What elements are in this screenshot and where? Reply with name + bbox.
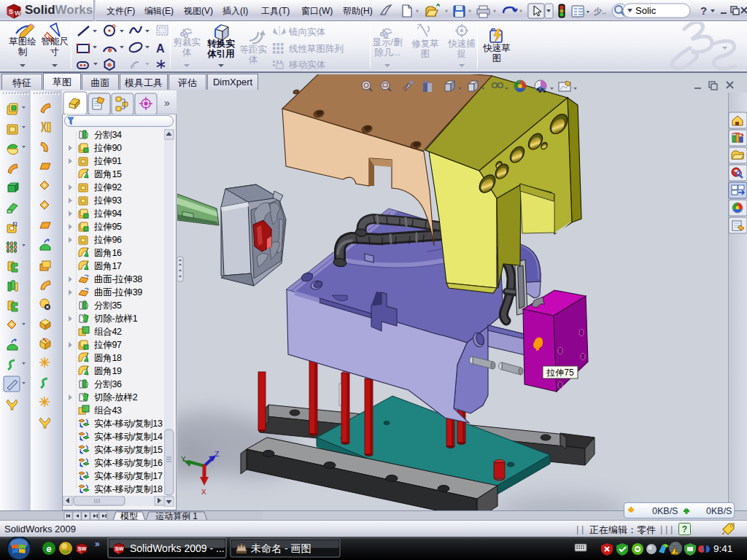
svg-text:草图绘: 草图绘 [9,36,36,47]
svg-text:线性草图阵列: 线性草图阵列 [289,44,344,54]
svg-text:等距实: 等距实 [239,44,267,55]
svg-text:SW: SW [115,546,124,551]
svg-text:体引用: 体引用 [206,49,235,59]
svg-text:体: 体 [249,55,258,65]
svg-text:少..: 少.. [594,7,606,15]
svg-text:?: ? [700,4,707,17]
svg-text:制: 制 [18,47,28,57]
svg-text:0KB/S: 0KB/S [652,506,678,516]
svg-text:除几...: 除几... [374,47,400,58]
svg-text:»: » [95,539,100,549]
svg-text:修复草: 修复草 [411,39,439,49]
svg-text:捉: 捉 [457,49,467,59]
svg-text:X: X [201,488,206,497]
svg-text:0KB/S: 0KB/S [706,506,732,516]
svg-text:SW: SW [78,546,87,551]
svg-text:Solic: Solic [635,5,657,16]
svg-text:SolidWorks 2009 - ...: SolidWorks 2009 - ... [130,542,225,554]
svg-text:转换实: 转换实 [206,38,235,49]
svg-text:!: ! [675,549,676,554]
svg-text:Y: Y [181,455,186,464]
svg-text:显示/删: 显示/删 [373,37,403,47]
svg-text:移动实体: 移动实体 [289,60,326,70]
svg-text:Z: Z [214,450,220,459]
svg-text:A: A [156,42,165,55]
svg-text:快速捕: 快速捕 [447,39,476,49]
svg-text:体: 体 [182,47,192,58]
svg-text:图: 图 [421,49,430,59]
svg-text:?: ? [682,524,687,534]
svg-text:镜向实体: 镜向实体 [288,27,326,37]
svg-text:未命名 - 画图: 未命名 - 画图 [251,542,311,554]
svg-text:寸: 寸 [50,47,60,57]
svg-text:e: e [46,543,51,554]
svg-text:快速草: 快速草 [482,43,511,53]
svg-text:9:41: 9:41 [713,543,732,554]
svg-text:W: W [15,9,21,17]
svg-text:拉伸75: 拉伸75 [546,368,574,378]
svg-text:S: S [9,8,13,15]
svg-text:智能尺: 智能尺 [41,36,69,47]
svg-text:剪裁实: 剪裁实 [173,37,201,47]
svg-text:»: » [164,97,170,109]
svg-text:图: 图 [492,53,502,63]
